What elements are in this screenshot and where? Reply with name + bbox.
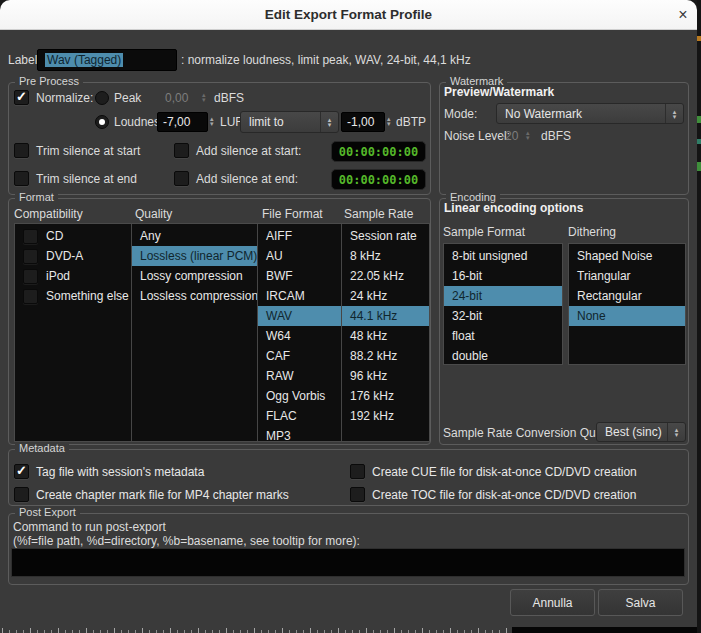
metadata-checkbox[interactable] [14,487,29,502]
sample-rate-list-item[interactable]: 8 kHz [342,246,429,266]
watermark-mode-dropdown[interactable]: No Watermark ▴▾ [496,103,684,124]
dithering-list-item[interactable]: None [569,306,685,326]
peak-unit-label: dBFS [214,91,244,105]
save-button[interactable]: Salva [598,589,683,616]
loudness-radio[interactable] [95,115,109,129]
sample-format-list-item[interactable]: 8-bit unsigned [444,246,562,266]
sample-format-list-item[interactable]: 32-bit [444,306,562,326]
metadata-checkbox[interactable] [350,464,365,479]
sample-format-list-item[interactable]: double [444,346,562,365]
file-format-item-label: BWF [266,269,293,283]
normalize-checkbox[interactable] [14,90,29,105]
sample-rate-list-item[interactable]: 88.2 kHz [342,346,429,366]
quality-list-item[interactable]: Lossless (linear PCM) [132,246,257,266]
sample-format-item-label: 16-bit [452,269,482,283]
dithering-list-item[interactable]: Triangular [569,266,685,286]
trim-silence-start-label: Trim silence at start [36,144,140,158]
watermark-frame: Watermark Preview/Watermark Mode: No Wat… [439,82,689,195]
file-format-list-item[interactable]: WAV [258,306,341,326]
limit-mode-dropdown[interactable]: limit to ▴▾ [240,111,339,133]
file-format-item-label: RAW [266,369,294,383]
file-format-list-item[interactable]: RAW [258,366,341,386]
quality-header: Quality [135,207,172,221]
dithering-list-item[interactable]: Shaped Noise [569,246,685,266]
dialog-title: Edit Export Format Profile [0,7,697,22]
sample-format-list-item[interactable]: 16-bit [444,266,562,286]
sample-rate-list-item[interactable]: 24 kHz [342,286,429,306]
peak-value: 0,00 [165,91,188,105]
sample-rate-list-item[interactable]: 44.1 kHz [342,306,429,326]
dithering-list-item[interactable]: Rectangular [569,286,685,306]
compatibility-list-item[interactable]: CD [15,226,131,246]
sample-rate-list-item[interactable]: Session rate [342,226,429,246]
sample-format-list-item[interactable]: float [444,326,562,346]
loudness-spin-arrows-icon[interactable]: ▴▾ [210,116,214,126]
pre-process-frame-title: Pre Process [15,75,83,87]
add-silence-start-checkbox[interactable] [174,143,189,158]
dithering-item-label: Rectangular [577,289,642,303]
sample-rate-list-item[interactable]: 48 kHz [342,326,429,346]
background-app-edge [697,0,701,633]
metadata-checkbox[interactable] [14,464,29,479]
trim-silence-end-checkbox[interactable] [14,171,29,186]
limit-spin-arrows-icon[interactable]: ▴▾ [387,116,391,126]
add-silence-end-clock[interactable]: 00:00:00:00 [331,169,426,190]
quality-item-label: Lossless compression [140,289,258,303]
metadata-option[interactable]: Create TOC file for disk-at-once CD/DVD … [350,483,637,506]
compatibility-list-item[interactable]: DVD-A [15,246,131,266]
cancel-button[interactable]: Annulla [510,589,595,616]
file-format-list-item[interactable]: Ogg Vorbis [258,386,341,406]
src-quality-label: Sample Rate Conversion Quality: [443,426,620,440]
file-format-list-item[interactable]: BWF [258,266,341,286]
file-format-list-item[interactable]: CAF [258,346,341,366]
compatibility-checkbox[interactable] [23,249,38,264]
sample-format-list-item[interactable]: 24-bit [444,286,562,306]
compatibility-checkbox[interactable] [23,289,38,304]
quality-list-item[interactable]: Any [132,226,257,246]
compatibility-list: CD DVD-A iPod [15,224,132,441]
dithering-item-label: Triangular [577,269,631,283]
sample-rate-item-label: 88.2 kHz [350,349,397,363]
file-format-item-label: MP3 [266,429,291,441]
limit-value-input[interactable]: -1,00 [341,112,385,132]
sample-rate-list-item[interactable]: 192 kHz [342,406,429,426]
file-format-list-item[interactable]: W64 [258,326,341,346]
add-silence-end-checkbox[interactable] [174,171,189,186]
file-format-item-label: AU [266,249,283,263]
sample-rate-list-item[interactable]: 176 kHz [342,386,429,406]
file-format-list-item[interactable]: MP3 [258,426,341,441]
compatibility-list-item[interactable]: Something else [15,286,131,306]
quality-list-item[interactable]: Lossy compression [132,266,257,286]
file-format-list-item[interactable]: AU [258,246,341,266]
compatibility-checkbox[interactable] [23,269,38,284]
compatibility-header: Compatibility [14,207,83,221]
metadata-option[interactable]: Tag file with session's metadata [14,460,289,483]
loudness-value-input[interactable]: -7,00 [157,112,208,132]
file-format-list-item[interactable]: FLAC [258,406,341,426]
metadata-option[interactable]: Create chapter mark file for MP4 chapter… [14,483,289,506]
sample-rate-list-item[interactable]: 22.05 kHz [342,266,429,286]
metadata-frame: Metadata Tag file with session's metadat… [8,449,689,506]
sample-rate-list-item[interactable]: 96 kHz [342,366,429,386]
trim-silence-start-checkbox[interactable] [14,143,29,158]
compatibility-checkbox[interactable] [23,229,38,244]
sample-format-item-label: double [452,349,488,363]
sample-format-item-label: 24-bit [452,289,482,303]
peak-radio[interactable] [95,91,109,105]
file-format-item-label: AIFF [266,229,292,243]
file-format-list-item[interactable]: AIFF [258,226,341,246]
post-export-command-input[interactable] [11,548,685,577]
file-format-list-item[interactable]: IRCAM [258,286,341,306]
add-silence-start-clock[interactable]: 00:00:00:00 [331,141,426,162]
profile-label-input[interactable]: Wav (Tagged) [37,49,177,71]
quality-list-item[interactable]: Lossless compression [132,286,257,306]
quality-item-label: Lossy compression [140,269,243,283]
compatibility-list-item[interactable]: iPod [15,266,131,286]
src-quality-dropdown[interactable]: Best (sinc) ▴▾ [596,422,686,442]
metadata-option[interactable]: Create CUE file for disk-at-once CD/DVD … [350,460,637,483]
titlebar[interactable]: Edit Export Format Profile × [0,0,697,30]
sample-rate-item-label: Session rate [350,229,417,243]
metadata-checkbox[interactable] [350,487,365,502]
noise-level-unit-label: dBFS [541,129,571,143]
close-icon[interactable]: × [672,4,694,26]
